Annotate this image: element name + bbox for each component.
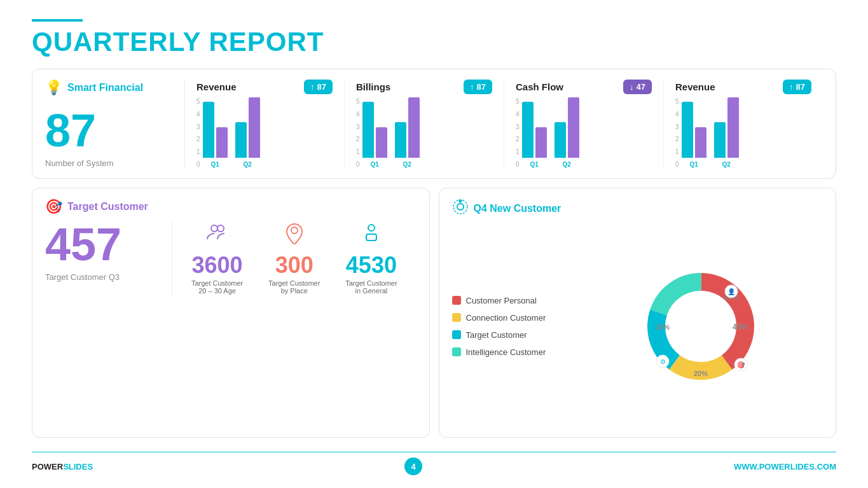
bar-q2-purple	[408, 97, 420, 158]
bar-label-q2: Q2	[722, 161, 730, 168]
legend-item-connection: Connection Customer	[452, 313, 567, 323]
page: QUARTERLY REPORT 💡 Smart Financial 87 Nu…	[0, 0, 868, 488]
tc-stat-label-3: Target Customerin General	[345, 279, 397, 295]
gear-small-icon: ⚙	[660, 358, 666, 365]
badge-up: ↑ 87	[304, 80, 333, 94]
bar-set-q1: Q1	[362, 102, 387, 168]
bar-q2-blue	[235, 122, 247, 158]
bar-q1-blue	[522, 102, 534, 158]
bar-q1-blue	[203, 102, 214, 158]
tc-header: 🎯 Target Customer	[45, 199, 417, 215]
donut-label-connection: 40%	[733, 323, 748, 331]
badge-up: ↑ 87	[783, 80, 811, 94]
footer-page-number: 4	[404, 457, 422, 475]
tc-stat-2: 300 Target Customerby Place	[268, 221, 320, 295]
legend-dot-personal	[452, 296, 461, 305]
q4-icon	[452, 199, 469, 219]
bar-q2-purple	[568, 97, 579, 158]
bar-label-q2: Q2	[562, 161, 570, 168]
y-axis: 012345	[356, 98, 360, 168]
bar-set-q2: Q2	[235, 97, 260, 168]
charts-row: Revenue ↑ 87 012345	[185, 80, 823, 168]
legend-label-personal: Customer Personal	[466, 296, 537, 305]
bar-label-q1: Q1	[210, 161, 219, 168]
target-customer-card: 🎯 Target Customer 457 Target Customer Q3	[32, 188, 430, 438]
tc-stat-num-3: 4530	[346, 254, 397, 277]
bar-label-q2: Q2	[403, 161, 411, 168]
svg-point-3	[368, 225, 375, 231]
q4-title: Q4 New Customer	[474, 203, 561, 214]
tc-stat-num-2: 300	[275, 254, 313, 277]
tc-main-number-panel: 457 Target Customer Q3	[45, 221, 172, 295]
legend-item-personal: Customer Personal	[452, 296, 567, 305]
footer-url: WWW.POWERLIDES.COM	[734, 462, 836, 471]
page-title: QUARTERLY REPORT	[32, 27, 836, 57]
people-icon	[206, 221, 229, 249]
legend-label-intelligence: Intelligence Customer	[466, 347, 546, 357]
arrow-up-icon: ↑	[470, 82, 474, 92]
svg-rect-4	[366, 234, 376, 241]
legend-dot-target	[452, 330, 461, 339]
chart-title: Revenue	[196, 81, 237, 92]
bars-group: Q1 Q2	[682, 98, 811, 168]
sf-header: 💡 Smart Financial	[45, 80, 172, 96]
legend-item-target: Target Customer	[452, 330, 567, 340]
bar-q1-purple	[216, 127, 228, 158]
svg-point-7	[458, 200, 462, 203]
chart-header: Cash Flow ↓ 47	[516, 80, 652, 94]
bar-set-q2: Q2	[555, 97, 579, 168]
badge-value: 47	[637, 82, 645, 92]
svg-point-2	[291, 227, 298, 234]
sf-subtitle: Number of System	[45, 158, 172, 168]
donut-inner	[674, 300, 727, 353]
legend-dot-connection	[452, 313, 461, 322]
bar-set-q1: Q1	[203, 102, 228, 168]
smart-financial-panel: 💡 Smart Financial 87 Number of System	[45, 80, 185, 168]
badge-up: ↑ 87	[464, 80, 492, 94]
chart-header: Billings ↑ 87	[356, 80, 492, 94]
bar-set-q2: Q2	[395, 97, 420, 168]
y-axis: 012345	[196, 98, 200, 168]
bar-q1-purple	[376, 127, 387, 158]
badge-down: ↓ 47	[623, 80, 652, 94]
bar-set-q2: Q2	[714, 97, 739, 168]
donut-chart: 20% 40% 20% 20% 👤 🎯 ⚙	[637, 263, 764, 390]
svg-point-5	[457, 204, 464, 210]
tc-stat-label-1: Target Customer20 – 30 Age	[191, 279, 243, 295]
sf-title: Smart Financial	[67, 82, 143, 94]
tc-title: Target Customer	[67, 201, 148, 213]
badge-value: 87	[317, 82, 326, 92]
svg-point-1	[217, 225, 224, 232]
bar-label-q1: Q1	[530, 161, 538, 168]
header-accent	[32, 19, 83, 22]
bar-q2-blue	[714, 122, 726, 158]
main-content: 💡 Smart Financial 87 Number of System Re…	[32, 69, 836, 475]
bar-q2-purple	[249, 97, 260, 158]
chart-panel-revenue-2: Revenue ↑ 87 012345	[664, 80, 823, 168]
person2-small-icon: 🎯	[737, 361, 745, 369]
chart-title: Cash Flow	[516, 81, 563, 92]
brand-black: POWER	[32, 462, 63, 471]
tc-body: 457 Target Customer Q3	[45, 221, 417, 295]
bar-q1-purple	[695, 127, 706, 158]
y-axis: 012345	[675, 98, 679, 168]
brand-blue: SLIDES	[63, 462, 93, 471]
badge-value: 87	[796, 82, 805, 92]
tc-stat-3: 4530 Target Customerin General	[345, 221, 397, 295]
donut-label-intelligence: 20%	[656, 323, 670, 331]
lightbulb-icon: 💡	[45, 80, 62, 96]
q4-header: Q4 New Customer	[452, 199, 823, 219]
q4-new-customer-card: Q4 New Customer Customer Personal Connec…	[439, 188, 837, 438]
bar-q1-blue	[362, 102, 374, 158]
title-black: QUARTERLY	[32, 27, 209, 57]
badge-value: 87	[477, 82, 486, 92]
legend-dot-intelligence	[452, 347, 461, 356]
arrow-up-icon: ↑	[310, 82, 315, 92]
chart-panel-revenue-1: Revenue ↑ 87 012345	[185, 80, 345, 168]
bar-set-q1: Q1	[682, 102, 706, 168]
bar-label-q1: Q1	[370, 161, 378, 168]
tc-main-subtitle: Target Customer Q3	[45, 272, 159, 282]
chart-header: Revenue ↑ 87	[196, 80, 333, 94]
bars-group: Q1 Q2	[362, 98, 492, 168]
bar-q2-blue	[555, 122, 566, 158]
